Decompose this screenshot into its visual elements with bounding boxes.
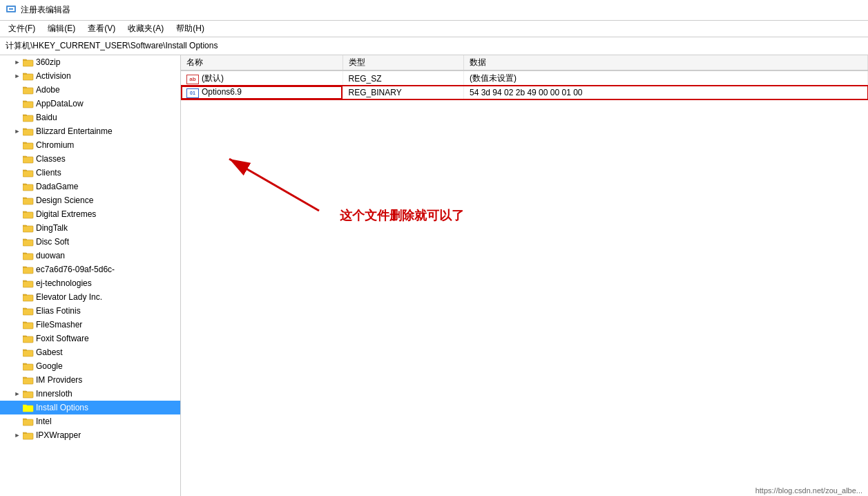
reg-name-text: Options6.9 xyxy=(202,87,242,97)
tree-item-label: Activision xyxy=(36,71,71,81)
svg-rect-8 xyxy=(23,129,33,135)
tree-item[interactable]: ► Classes xyxy=(0,152,180,166)
tree-item[interactable]: ► Blizzard Entertainme xyxy=(0,124,180,138)
col-header-name[interactable]: 名称 xyxy=(181,55,343,70)
tree-item[interactable]: ► AppDataLow xyxy=(0,97,180,111)
tree-item[interactable]: ► DingTalk xyxy=(0,221,180,235)
svg-rect-27 xyxy=(23,392,33,398)
menu-help[interactable]: 帮助(H) xyxy=(171,21,210,36)
expand-arrow-icon[interactable]: ► xyxy=(14,59,21,66)
tree-item-label: 360zip xyxy=(36,57,60,67)
tree-item-label: duowan xyxy=(36,251,65,260)
expand-arrow-icon[interactable]: ► xyxy=(14,390,21,397)
svg-rect-26 xyxy=(23,378,33,384)
table-row[interactable]: 01Options6.9REG_BINARY54 3d 94 02 2b 49 … xyxy=(181,86,868,99)
tree-panel: ► 360zip► Activision► Adobe► AppDataLow►… xyxy=(0,55,181,496)
col-header-type[interactable]: 类型 xyxy=(343,55,464,70)
tree-item-label: Gabest xyxy=(36,347,63,357)
tree-item[interactable]: ► Activision xyxy=(0,69,180,83)
title-bar-text: 注册表编辑器 xyxy=(21,4,70,16)
folder-icon xyxy=(23,320,34,330)
tree-item[interactable]: ► Design Science xyxy=(0,193,180,207)
menu-edit[interactable]: 编辑(E) xyxy=(42,21,81,36)
tree-item[interactable]: ► Adobe xyxy=(0,83,180,97)
svg-rect-19 xyxy=(23,281,33,287)
menu-file[interactable]: 文件(F) xyxy=(3,21,41,36)
reg-name-cell: 01Options6.9 xyxy=(181,86,343,99)
tree-scroll[interactable]: ► 360zip► Activision► Adobe► AppDataLow►… xyxy=(0,55,180,496)
folder-icon xyxy=(23,334,34,343)
svg-rect-30 xyxy=(23,433,33,439)
table-row[interactable]: ab(默认)REG_SZ(数值未设置) xyxy=(181,70,868,86)
svg-rect-3 xyxy=(23,60,33,66)
tree-item[interactable]: ► DadaGame xyxy=(0,180,180,193)
folder-icon xyxy=(23,251,34,260)
svg-rect-23 xyxy=(23,336,33,343)
folder-icon xyxy=(23,223,34,233)
title-bar: 注册表编辑器 xyxy=(0,0,868,21)
annotation-text: 这个文件删除就可以了 xyxy=(340,207,464,224)
tree-item-label: Digital Extremes xyxy=(36,209,96,219)
folder-icon xyxy=(23,430,34,440)
tree-item[interactable]: ► Elevator Lady Inc. xyxy=(0,290,180,304)
menu-favorites[interactable]: 收藏夹(A) xyxy=(122,21,169,36)
expand-arrow-icon[interactable]: ► xyxy=(14,128,21,135)
folder-icon xyxy=(23,306,34,316)
tree-item[interactable]: ► ec7a6d76-09af-5d6c- xyxy=(0,263,180,276)
tree-item[interactable]: ► Baidu xyxy=(0,111,180,124)
tree-item[interactable]: ► duowan xyxy=(0,249,180,263)
tree-item-label: Blizzard Entertainme xyxy=(36,126,113,136)
tree-item[interactable]: ► Innersloth xyxy=(0,387,180,401)
folder-icon xyxy=(23,347,34,357)
tree-item-label: Baidu xyxy=(36,113,57,122)
folder-icon xyxy=(23,209,34,219)
expand-arrow-icon[interactable]: ► xyxy=(14,73,21,79)
tree-item[interactable]: ► Gabest xyxy=(0,345,180,359)
col-header-data[interactable]: 数据 xyxy=(464,55,868,70)
tree-item[interactable]: ► Clients xyxy=(0,166,180,180)
tree-item[interactable]: ► IM Providers xyxy=(0,373,180,387)
tree-item[interactable]: ► Intel xyxy=(0,414,180,428)
folder-icon xyxy=(23,113,34,122)
tree-item-label: Chromium xyxy=(36,140,74,150)
tree-item[interactable]: ► IPXWrapper xyxy=(0,428,180,442)
right-panel: 名称 类型 数据 ab(默认)REG_SZ(数值未设置)01Options6.9… xyxy=(181,55,868,496)
folder-icon xyxy=(23,71,34,81)
menu-view[interactable]: 查看(V) xyxy=(82,21,121,36)
tree-item-label: ec7a6d76-09af-5d6c- xyxy=(36,265,115,274)
tree-item-label: Foxit Software xyxy=(36,334,89,343)
tree-item[interactable]: ► Install Options xyxy=(0,401,180,414)
binary-value-icon: 01 xyxy=(186,88,199,98)
tree-item[interactable]: ► Google xyxy=(0,359,180,373)
address-bar-text: 计算机\HKEY_CURRENT_USER\Software\Install O… xyxy=(6,40,218,52)
tree-item[interactable]: ► Foxit Software xyxy=(0,332,180,345)
svg-rect-2 xyxy=(9,8,13,10)
folder-icon xyxy=(23,182,34,191)
svg-rect-28 xyxy=(23,406,33,412)
svg-rect-15 xyxy=(23,226,33,232)
tree-item-label: IPXWrapper xyxy=(36,430,81,440)
tree-item[interactable]: ► Chromium xyxy=(0,138,180,152)
tree-item[interactable]: ► ej-technologies xyxy=(0,276,180,290)
tree-item-label: Adobe xyxy=(36,85,60,95)
tree-item[interactable]: ► Elias Fotinis xyxy=(0,304,180,318)
tree-item-label: DingTalk xyxy=(36,223,68,233)
tree-item[interactable]: ► FileSmasher xyxy=(0,318,180,332)
registry-table: 名称 类型 数据 ab(默认)REG_SZ(数值未设置)01Options6.9… xyxy=(181,55,868,99)
reg-data-cell: 54 3d 94 02 2b 49 00 00 01 00 xyxy=(464,86,868,99)
svg-rect-12 xyxy=(23,184,33,191)
tree-item[interactable]: ► 360zip xyxy=(0,55,180,69)
tree-item-label: Clients xyxy=(36,168,61,178)
expand-arrow-icon[interactable]: ► xyxy=(14,432,21,439)
svg-rect-18 xyxy=(23,267,33,274)
svg-rect-29 xyxy=(23,419,33,426)
svg-rect-13 xyxy=(23,198,33,204)
tree-item-label: AppDataLow xyxy=(36,99,84,108)
svg-rect-14 xyxy=(23,212,33,218)
folder-icon xyxy=(23,154,34,164)
svg-rect-25 xyxy=(23,364,33,370)
tree-item-label: Elias Fotinis xyxy=(36,306,81,316)
tree-item[interactable]: ► Digital Extremes xyxy=(0,207,180,221)
tree-item[interactable]: ► Disc Soft xyxy=(0,235,180,249)
reg-type-cell: REG_SZ xyxy=(343,70,464,86)
